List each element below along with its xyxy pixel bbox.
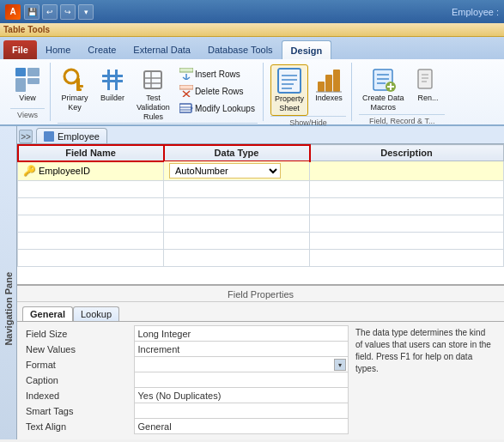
svg-rect-32 — [318, 82, 325, 92]
svg-rect-5 — [76, 78, 80, 90]
svg-rect-0 — [15, 68, 26, 76]
svg-rect-2 — [15, 78, 26, 92]
fp-tab-general[interactable]: General — [22, 306, 73, 321]
modify-lookups-label: Modify Lookups — [195, 104, 255, 113]
fp-tab-lookup[interactable]: Lookup — [73, 306, 119, 321]
modify-lookups-icon — [179, 101, 193, 115]
description-cell[interactable] — [310, 161, 504, 181]
insert-rows-label: Insert Rows — [195, 70, 240, 79]
app-logo: A — [5, 4, 21, 20]
app-body: Navigation Pane >> Employee — [0, 126, 504, 439]
fp-properties-table: Field Size Long Integer New Values Incre… — [22, 325, 349, 434]
insert-rows-icon — [179, 67, 193, 81]
fp-value-fieldsize[interactable]: Long Integer — [134, 326, 349, 342]
tab-design[interactable]: Design — [282, 40, 332, 59]
table-row-empty-5[interactable] — [18, 250, 504, 267]
save-qat-btn[interactable]: 💾 — [24, 4, 39, 20]
property-sheet-button[interactable]: PropertySheet — [270, 64, 308, 116]
svg-rect-7 — [76, 88, 82, 91]
title-bar-right-text: Employee : — [452, 7, 499, 17]
fp-row-fieldsize: Field Size Long Integer — [22, 326, 349, 342]
table-row-empty-2[interactable] — [18, 198, 504, 215]
fp-value-newvalues[interactable]: Increment — [134, 342, 349, 357]
delete-rows-label: Delete Rows — [195, 87, 244, 96]
indexes-button[interactable]: Indexes — [312, 64, 346, 116]
format-dropdown-icon[interactable]: ▾ — [334, 359, 346, 371]
svg-rect-34 — [333, 70, 340, 92]
fp-value-caption[interactable] — [134, 372, 349, 388]
delete-rows-button[interactable]: Delete Rows — [177, 83, 258, 99]
fp-label-textalign: Text Align — [22, 419, 134, 434]
svg-rect-12 — [144, 71, 161, 88]
table-row[interactable]: 🔑 EmployeeID AutoNumber Text Number Date… — [18, 161, 504, 181]
primary-key-icon — [61, 66, 88, 94]
data-type-cell[interactable]: AutoNumber Text Number Date/Time Currenc… — [164, 161, 310, 181]
ribbon-group-showhide: PropertySheet Indexes Show/Hide — [265, 63, 352, 121]
title-bar-left: A 💾 ↩ ↪ ▾ — [5, 4, 94, 20]
description-header: Description — [310, 145, 504, 161]
property-sheet-label: PropertySheet — [275, 94, 304, 113]
fieldrecord-group-label: Field, Record & T... — [359, 114, 446, 125]
builder-button[interactable]: Builder — [95, 64, 130, 105]
insert-rows-button[interactable]: Insert Rows — [177, 66, 258, 82]
fp-label-caption: Caption — [22, 372, 134, 388]
pk-icon: 🔑 — [23, 165, 36, 177]
data-type-select[interactable]: AutoNumber Text Number Date/Time Currenc… — [169, 163, 281, 179]
ribbon-group-fieldrecord: Create DataMacros Ren... Field, Record &… — [354, 63, 451, 121]
builder-label: Builder — [100, 94, 124, 103]
table-view: >> Employee Field Name Data Type Descri — [17, 126, 504, 285]
property-sheet-icon — [276, 67, 303, 94]
ribbon-tabs: File Home Create External Data Database … — [0, 37, 504, 59]
tab-file[interactable]: File — [3, 40, 37, 59]
create-data-macros-button[interactable]: Create DataMacros — [359, 64, 408, 114]
fp-row-format: Format ▾ — [22, 357, 349, 372]
table-row-empty-3[interactable] — [18, 215, 504, 233]
expand-button[interactable]: >> — [19, 130, 33, 143]
delete-rows-icon — [179, 84, 193, 98]
row-operations: Insert Rows Delete Rows — [177, 64, 258, 116]
fp-label-smarttags: Smart Tags — [22, 403, 134, 419]
fp-value-textalign[interactable]: General — [134, 419, 349, 434]
fp-row-textalign: Text Align General — [22, 419, 349, 434]
fp-row-caption: Caption — [22, 372, 349, 388]
table-tab-label: Employee — [58, 131, 100, 142]
create-data-macros-label: Create DataMacros — [362, 94, 404, 112]
svg-rect-16 — [179, 68, 193, 72]
tab-home[interactable]: Home — [37, 40, 79, 59]
test-validation-button[interactable]: TestValidationRules — [133, 64, 173, 123]
rename-button[interactable]: Ren... — [410, 64, 445, 114]
fp-row-newvalues: New Values Increment — [22, 342, 349, 357]
quick-access-toolbar: 💾 ↩ ↪ ▾ — [24, 4, 94, 20]
fp-value-indexed[interactable]: Yes (No Duplicates) — [134, 388, 349, 403]
modify-lookups-button[interactable]: Modify Lookups — [177, 100, 258, 116]
tab-create[interactable]: Create — [79, 40, 124, 59]
fp-row-smarttags: Smart Tags — [22, 403, 349, 419]
ribbon-group-views: View Views — [5, 63, 51, 121]
primary-key-button[interactable]: PrimaryKey — [58, 64, 92, 114]
field-name-cell[interactable]: 🔑 EmployeeID — [18, 161, 164, 181]
view-button[interactable]: View — [10, 64, 45, 105]
nav-pane-label: Navigation Pane — [3, 272, 14, 346]
svg-rect-6 — [76, 85, 83, 88]
view-icon — [14, 66, 41, 94]
table-row-empty-4[interactable] — [18, 233, 504, 250]
tab-database-tools[interactable]: Database Tools — [199, 40, 282, 59]
svg-rect-8 — [102, 75, 123, 77]
svg-rect-3 — [27, 78, 39, 84]
redo-qat-btn[interactable]: ↪ — [60, 4, 76, 20]
fp-value-smarttags[interactable] — [134, 403, 349, 419]
svg-rect-43 — [418, 70, 432, 88]
undo-qat-btn[interactable]: ↩ — [42, 4, 58, 20]
fp-value-format[interactable]: ▾ — [134, 357, 349, 372]
primary-key-label: PrimaryKey — [62, 94, 88, 112]
employee-table-tab[interactable]: Employee — [36, 128, 107, 143]
tab-external-data[interactable]: External Data — [124, 40, 199, 59]
fp-label-format: Format — [22, 357, 134, 372]
fp-help-text: The data type determines the kind of val… — [349, 325, 499, 434]
svg-rect-33 — [325, 75, 332, 92]
customize-qat-btn[interactable]: ▾ — [78, 4, 94, 20]
table-row-empty-1[interactable] — [18, 181, 504, 198]
table-tools-bar: Table Tools — [0, 23, 504, 37]
svg-rect-27 — [278, 69, 301, 93]
nav-pane-collapsed[interactable]: Navigation Pane — [0, 126, 17, 439]
